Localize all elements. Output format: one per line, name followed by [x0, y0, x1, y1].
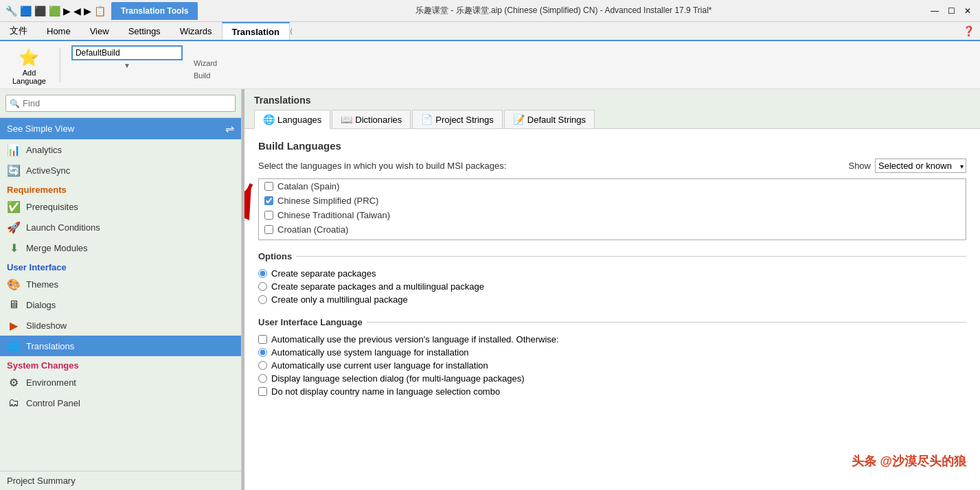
ui-language-section: User Interface Language Automatically us… — [258, 317, 966, 398]
prerequisites-icon: ✅ — [7, 200, 21, 213]
tab-languages-icon: 🌐 — [263, 114, 275, 125]
sidebar-item-slideshow[interactable]: ▶ Slideshow — [0, 315, 241, 336]
main-layout: 🔍 See Simple View ⇌ 📊 Analytics 🔄 Active… — [0, 89, 980, 490]
show-select[interactable]: Selected or known All — [875, 159, 966, 173]
uilang-no-country-name-label: Do not display country name in language … — [271, 386, 500, 397]
dialogs-icon: 🖥 — [7, 298, 21, 312]
tab-dictionaries-icon: 📖 — [341, 114, 352, 125]
options-section: Options Create separate packages Create … — [258, 251, 966, 306]
language-list: Catalan (Spain) Chinese Simplified (PRC)… — [258, 178, 966, 240]
menu-wizards[interactable]: Wizards — [170, 22, 222, 40]
radio-only-multilingual[interactable] — [258, 295, 267, 304]
option-separate-packages-label: Create separate packages — [271, 268, 376, 279]
option-separate-and-multilingual-label: Create separate packages and a multiling… — [271, 281, 484, 292]
lang-checkbox-czech[interactable] — [264, 240, 273, 240]
tab-default-strings-icon: 📝 — [513, 114, 525, 125]
nav-forward-icon[interactable]: ▶ — [84, 5, 91, 16]
themes-label: Themes — [26, 279, 58, 290]
simple-view-label: See Simple View — [7, 124, 74, 134]
uilang-current-user: Automatically use current user language … — [258, 359, 966, 372]
tab-project-strings[interactable]: 📄 Project Strings — [412, 110, 503, 128]
tab-project-strings-label: Project Strings — [435, 115, 494, 125]
uilang-prev-version: Automatically use the previous version's… — [258, 333, 966, 346]
show-row: Show Selected or known All — [848, 159, 966, 173]
lang-item-croatian: Croatian (Croatia) — [259, 222, 966, 237]
sidebar-item-merge-modules[interactable]: ⬇ Merge Modules — [0, 237, 241, 258]
app-icon-1: 🔧 — [5, 5, 17, 16]
sidebar-item-themes[interactable]: 🎨 Themes — [0, 274, 241, 294]
option-separate-and-multilingual: Create separate packages and a multiling… — [258, 280, 966, 293]
radio-selection-dialog[interactable] — [258, 374, 267, 383]
menu-view[interactable]: View — [80, 22, 119, 40]
translation-tools-tab[interactable]: Translation Tools — [111, 2, 198, 20]
search-icon: 🔍 — [10, 99, 20, 108]
lang-checkbox-chinese-traditional[interactable] — [264, 211, 273, 220]
lang-checkbox-chinese-simplified[interactable] — [264, 196, 273, 205]
uilang-system-language: Automatically use system language for in… — [258, 346, 966, 359]
radio-current-user[interactable] — [258, 361, 267, 370]
app-extra-icon: 📋 — [94, 5, 106, 16]
see-simple-view-button[interactable]: See Simple View ⇌ — [0, 118, 241, 139]
sidebar-item-prerequisites[interactable]: ✅ Prerequisites — [0, 196, 241, 217]
translations-header: Translations 🌐 Languages 📖 Dictionaries … — [244, 89, 980, 129]
project-summary-bar[interactable]: Project Summary — [0, 471, 241, 490]
watermark: 头条 @沙漠尽头的狼 — [852, 453, 966, 469]
app-icon-3: ⬛ — [34, 5, 46, 16]
search-wrap: 🔍 — [5, 95, 236, 112]
content-area: Translations 🌐 Languages 📖 Dictionaries … — [244, 89, 980, 490]
merge-modules-icon: ⬇ — [7, 241, 21, 255]
build-select-arrow[interactable]: ▼ — [71, 62, 183, 69]
minimize-button[interactable]: — — [928, 4, 942, 18]
build-languages-section: Build Languages Select the languages in … — [258, 140, 966, 240]
sidebar-item-control-panel[interactable]: 🗂 Control Panel — [0, 393, 241, 413]
help-icon[interactable]: ❓ — [963, 25, 975, 36]
merge-modules-label: Merge Modules — [26, 243, 88, 253]
environment-label: Environment — [26, 377, 76, 388]
tab-dictionaries[interactable]: 📖 Dictionaries — [332, 110, 411, 128]
add-language-button[interactable]: ⭐ AddLanguage — [7, 45, 52, 88]
sidebar-item-translations[interactable]: 🌐 Translations — [0, 336, 241, 356]
tab-languages[interactable]: 🌐 Languages — [254, 110, 330, 129]
menu-translation[interactable]: Translation — [222, 22, 290, 40]
menu-settings[interactable]: Settings — [119, 22, 170, 40]
maximize-button[interactable]: ☐ — [944, 4, 958, 18]
radio-system-language[interactable] — [258, 348, 267, 357]
radio-separate-and-multilingual[interactable] — [258, 282, 267, 291]
expand-icon: ⟨ — [290, 27, 293, 35]
radio-separate-packages[interactable] — [258, 269, 267, 278]
sidebar-item-launch-conditions[interactable]: 🚀 Launch Conditions — [0, 217, 241, 237]
lang-checkbox-catalan[interactable] — [264, 182, 273, 191]
control-panel-label: Control Panel — [26, 398, 80, 408]
control-panel-icon: 🗂 — [7, 396, 21, 410]
add-language-label: AddLanguage — [12, 69, 46, 85]
lang-checkbox-croatian[interactable] — [264, 225, 273, 234]
environment-icon: ⚙ — [7, 375, 21, 389]
translations-label: Translations — [26, 341, 74, 351]
app-icon-4: 🟩 — [49, 5, 60, 16]
slideshow-label: Slideshow — [26, 320, 67, 331]
title-bar: 🔧 🟦 ⬛ 🟩 ▶ ◀ ▶ 📋 Translation Tools 乐趣课堂 -… — [0, 0, 980, 22]
dialogs-label: Dialogs — [26, 300, 56, 310]
sidebar-item-analytics[interactable]: 📊 Analytics — [0, 139, 241, 160]
checkbox-prev-version[interactable] — [258, 335, 267, 344]
option-separate-packages: Create separate packages — [258, 267, 966, 280]
lang-label-chinese-traditional: Chinese Traditional (Taiwan) — [277, 210, 390, 220]
title-bar-icons: 🔧 🟦 ⬛ 🟩 ▶ ◀ ▶ 📋 — [5, 5, 106, 16]
checkbox-no-country-name[interactable] — [258, 387, 267, 396]
lang-label-catalan: Catalan (Spain) — [277, 181, 339, 191]
search-input[interactable] — [5, 95, 236, 112]
toolbar: ⭐ AddLanguage ▼ Wizard Build — [0, 41, 980, 89]
build-languages-title: Build Languages — [258, 140, 966, 152]
menu-home[interactable]: Home — [37, 22, 80, 40]
build-select-input[interactable] — [71, 45, 183, 60]
nav-back-icon[interactable]: ◀ — [73, 5, 81, 16]
options-section-title: Options — [258, 251, 966, 261]
sidebar-item-activesync[interactable]: 🔄 ActiveSync — [0, 160, 241, 180]
sidebar-item-environment[interactable]: ⚙ Environment — [0, 372, 241, 393]
sidebar-item-dialogs[interactable]: 🖥 Dialogs — [0, 294, 241, 315]
option-only-multilingual-label: Create only a multilingual package — [271, 294, 408, 305]
menu-file[interactable]: 文件 — [0, 22, 37, 40]
tab-languages-label: Languages — [277, 115, 321, 125]
tab-default-strings[interactable]: 📝 Default Strings — [504, 110, 595, 128]
close-button[interactable]: ✕ — [961, 4, 975, 18]
